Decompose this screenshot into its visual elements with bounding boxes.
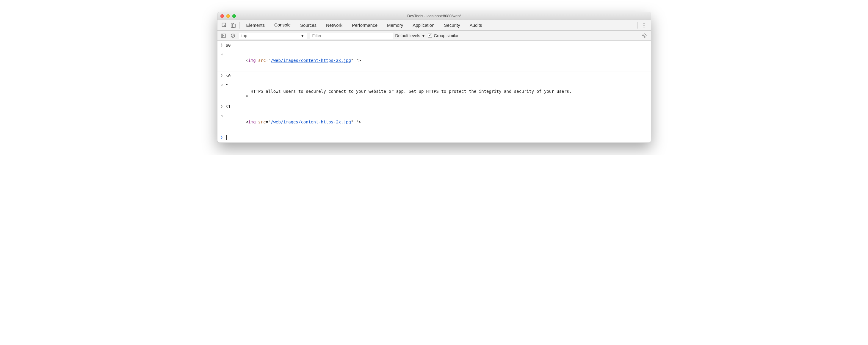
console-output-html: <img src="/web/images/content-https-2x.j… (226, 52, 648, 70)
svg-point-4 (643, 25, 644, 26)
output-chevron-icon (220, 52, 226, 57)
chevron-down-icon: ▼ (422, 33, 426, 38)
tab-performance[interactable]: Performance (347, 20, 382, 30)
tabs-bar: Elements Console Sources Network Perform… (217, 20, 651, 31)
svg-line-14 (643, 34, 643, 34)
console-output-row: <img src="/web/images/content-https-2x.j… (217, 112, 651, 133)
tab-elements[interactable]: Elements (242, 20, 270, 30)
execution-context-select[interactable]: top ▼ (239, 32, 307, 39)
console-output-text: " HTTPS allows users to securely connect… (226, 82, 648, 101)
console-prompt-input[interactable] (226, 134, 648, 141)
output-chevron-icon (220, 113, 226, 118)
console-input-text: $1 (226, 103, 648, 111)
tab-sources[interactable]: Sources (296, 20, 321, 30)
tab-application[interactable]: Application (408, 20, 439, 30)
clear-console-icon[interactable] (229, 32, 237, 39)
execution-context-value: top (242, 33, 247, 38)
console-output-row: " HTTPS allows users to securely connect… (217, 81, 651, 102)
console-input-text: $0 (226, 72, 648, 80)
svg-point-3 (643, 23, 644, 24)
separator (240, 22, 240, 29)
tab-audits[interactable]: Audits (465, 20, 487, 30)
input-chevron-icon (220, 72, 226, 77)
group-similar-toggle[interactable]: ✔ Group similar (428, 33, 458, 38)
output-chevron-icon (220, 82, 226, 88)
separator (638, 22, 638, 29)
svg-line-15 (645, 37, 646, 37)
svg-line-8 (232, 34, 234, 37)
console-prompt-row[interactable] (217, 133, 651, 143)
checkbox-checked-icon: ✔ (428, 34, 432, 38)
log-levels-select[interactable]: Default levels ▼ (395, 33, 426, 38)
console-input-row: $0 (217, 41, 651, 50)
console-input-row: $1 (217, 102, 651, 112)
console-input-text: $0 (226, 42, 648, 49)
filter-placeholder: Filter (312, 33, 321, 38)
prompt-chevron-icon (220, 134, 226, 139)
devtools-window: DevTools - localhost:8080/web/ Elements … (217, 12, 651, 143)
show-console-sidebar-icon[interactable] (220, 32, 227, 39)
filter-input[interactable]: Filter (310, 32, 393, 39)
image-src-link[interactable]: /web/images/content-https-2x.jpg (271, 58, 351, 63)
device-toolbar-icon[interactable] (229, 20, 238, 30)
console-toolbar: top ▼ Filter Default levels ▼ ✔ Group si… (217, 31, 651, 41)
chevron-down-icon: ▼ (301, 33, 305, 38)
tab-security[interactable]: Security (439, 20, 465, 30)
window-title: DevTools - localhost:8080/web/ (217, 14, 651, 18)
tab-console[interactable]: Console (270, 20, 296, 30)
image-src-link[interactable]: /web/images/content-https-2x.jpg (271, 120, 351, 124)
tab-network[interactable]: Network (321, 20, 347, 30)
more-menu-icon[interactable] (640, 20, 648, 30)
console-input-row: $0 (217, 71, 651, 81)
log-levels-label: Default levels (395, 33, 420, 38)
console-output-html: <img src="/web/images/content-https-2x.j… (226, 113, 648, 131)
titlebar: DevTools - localhost:8080/web/ (217, 12, 651, 20)
svg-point-5 (643, 27, 644, 27)
input-chevron-icon (220, 42, 226, 47)
group-similar-label: Group similar (434, 33, 458, 38)
input-chevron-icon (220, 103, 226, 108)
console-settings-icon[interactable] (640, 32, 648, 40)
svg-line-17 (645, 34, 646, 34)
svg-rect-2 (232, 24, 235, 27)
console-output: $0 <img src="/web/images/content-https-2… (217, 41, 651, 143)
inspect-element-icon[interactable] (220, 20, 229, 30)
svg-line-16 (643, 37, 643, 37)
tab-memory[interactable]: Memory (382, 20, 408, 30)
svg-point-9 (643, 35, 645, 36)
console-output-row: <img src="/web/images/content-https-2x.j… (217, 50, 651, 72)
